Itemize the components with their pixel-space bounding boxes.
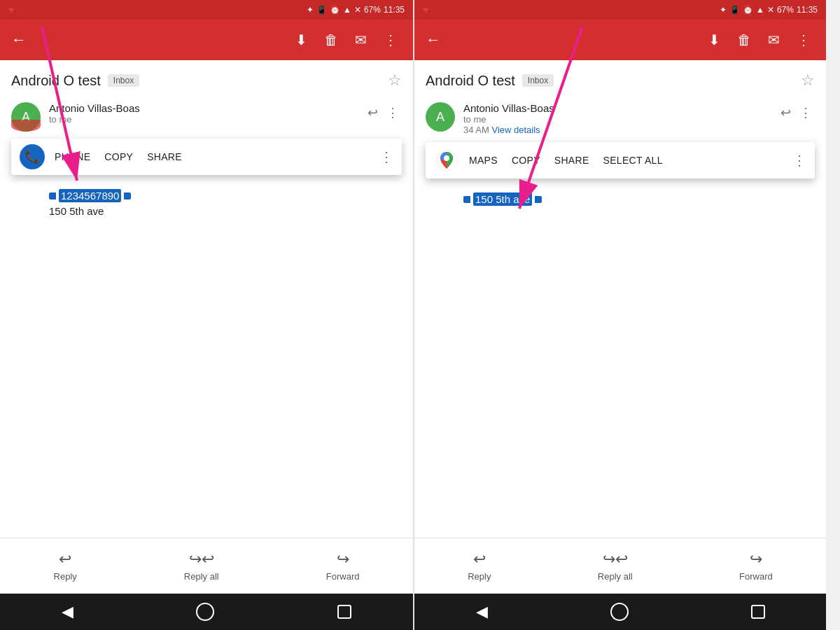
- mail-icon-left[interactable]: ✉: [351, 27, 371, 52]
- view-details-link[interactable]: View details: [491, 125, 540, 135]
- phone-context-menu: 📞 PHONE COPY SHARE ⋮: [11, 139, 402, 175]
- phone-icon-symbol: 📞: [24, 149, 40, 164]
- recent-nav-right[interactable]: [751, 605, 765, 619]
- mail-icon-right[interactable]: ✉: [764, 27, 784, 52]
- reply-label-right: Reply: [468, 571, 491, 582]
- sender-info-right: Antonio Villas-Boas to me 34 AM View det…: [463, 102, 769, 135]
- more-icon-right[interactable]: ⋮: [792, 27, 815, 52]
- subject-row-left: Android O test Inbox ☆: [11, 71, 402, 90]
- forward-button-left[interactable]: ↪ Forward: [326, 550, 360, 582]
- email-content-right: Android O test Inbox ☆ A Antonio Villas-…: [414, 60, 826, 538]
- share-action-right[interactable]: SHARE: [550, 152, 594, 169]
- time-display-left: 11:35: [384, 5, 405, 15]
- sender-time-right: 34 AM View details: [463, 125, 769, 135]
- reply-all-label-left: Reply all: [184, 571, 219, 582]
- select-all-action[interactable]: SELECT ALL: [599, 152, 667, 169]
- reply-all-label-right: Reply all: [598, 571, 633, 582]
- recent-nav-left[interactable]: [337, 605, 351, 619]
- sender-name-left: Antonio Villas-Boas: [49, 102, 356, 114]
- address-text-left: 150 5th ave: [49, 205, 104, 217]
- selection-handle-left-end: [124, 192, 131, 200]
- reply-all-button-right[interactable]: ↪↩ Reply all: [598, 550, 633, 582]
- phone-action[interactable]: PHONE: [50, 148, 94, 165]
- delete-icon-right[interactable]: 🗑: [733, 28, 755, 52]
- archive-icon-right[interactable]: ⬇: [704, 27, 724, 52]
- star-icon-right[interactable]: ☆: [801, 71, 815, 90]
- more-msg-icon-right[interactable]: ⋮: [797, 102, 815, 123]
- home-nav-right[interactable]: [610, 603, 629, 621]
- status-left-icons: ♥: [8, 4, 14, 15]
- email-message-right: A Antonio Villas-Boas to me 34 AM View d…: [426, 102, 815, 209]
- svg-point-5: [444, 155, 449, 161]
- email-subject-left: Android O test: [11, 73, 101, 89]
- more-icon-left[interactable]: ⋮: [379, 27, 402, 52]
- home-nav-left[interactable]: [196, 603, 214, 621]
- back-nav-left[interactable]: ◀: [62, 603, 74, 621]
- wifi-icon-right: ▲: [756, 5, 764, 15]
- address-line-left: 150 5th ave: [49, 205, 402, 217]
- reply-button-right[interactable]: ↩ Reply: [468, 550, 491, 582]
- sender-to-left: to me: [49, 114, 356, 125]
- message-body-right: 150 5th ave: [426, 190, 815, 209]
- copy-action-left[interactable]: COPY: [100, 148, 137, 165]
- forward-button-right[interactable]: ↪ Forward: [739, 550, 773, 582]
- reply-all-arrow-right: ↪↩: [603, 550, 628, 568]
- nav-bar-left: ◀: [0, 594, 413, 630]
- status-left-icons-right: ♥: [423, 4, 428, 15]
- back-button-left[interactable]: ←: [11, 31, 27, 49]
- maps-action[interactable]: MAPS: [465, 152, 502, 169]
- time-display-right: 11:35: [797, 5, 818, 15]
- delete-icon-left[interactable]: 🗑: [320, 28, 342, 52]
- bottom-actions-left: ↩ Reply ↪↩ Reply all ↪ Forward: [0, 538, 413, 594]
- selection-handle-right-end: [535, 196, 542, 203]
- archive-icon-left[interactable]: ⬇: [291, 27, 312, 52]
- phone-number-line: 1234567890: [49, 189, 402, 202]
- copy-action-right[interactable]: COPY: [507, 152, 545, 169]
- right-phone: ♥ ✦ 📱 ⏰ ▲ ✕ 67% 11:35 ← ⬇ 🗑 ✉ ⋮ Android …: [413, 0, 826, 630]
- selection-handle-left-start: [49, 192, 56, 200]
- email-content-left: Android O test Inbox ☆ A Antonio Villas-…: [0, 60, 413, 538]
- battery-pct-right: 67%: [777, 5, 794, 15]
- sender-name-right: Antonio Villas-Boas: [463, 102, 769, 114]
- reply-arrow-right: ↩: [473, 550, 486, 568]
- reply-all-button-left[interactable]: ↪↩ Reply all: [184, 550, 219, 582]
- status-bar-right: ♥ ✦ 📱 ⏰ ▲ ✕ 67% 11:35: [414, 0, 826, 20]
- no-signal-icon: ✕: [354, 5, 361, 15]
- toolbar-right: ← ⬇ 🗑 ✉ ⋮: [414, 20, 826, 60]
- more-context-left[interactable]: ⋮: [379, 148, 393, 165]
- ioheart-icon-right: ♥: [423, 4, 428, 15]
- selected-phone-number: 1234567890: [59, 189, 121, 202]
- battery-pct: 67%: [364, 5, 381, 15]
- status-right-info: ✦ 📱 ⏰ ▲ ✕ 67% 11:35: [307, 5, 405, 15]
- star-icon-left[interactable]: ☆: [388, 71, 402, 90]
- message-actions-right: ↩ ⋮: [778, 102, 815, 123]
- back-button-right[interactable]: ←: [426, 31, 441, 49]
- maps-context-menu: MAPS COPY SHARE SELECT ALL ⋮: [426, 142, 815, 178]
- reply-icon-right[interactable]: ↩: [778, 102, 794, 123]
- back-nav-right[interactable]: ◀: [476, 603, 488, 621]
- bt-icon-right: ✦: [720, 5, 727, 15]
- subject-row-right: Android O test Inbox ☆: [426, 71, 815, 90]
- address-selected-line: 150 5th ave: [463, 192, 815, 206]
- status-right-info-right: ✦ 📱 ⏰ ▲ ✕ 67% 11:35: [720, 5, 818, 15]
- more-msg-icon-left[interactable]: ⋮: [384, 102, 402, 123]
- email-subject-right: Android O test: [426, 73, 515, 89]
- maps-context-icon: [434, 148, 459, 173]
- reply-icon-left[interactable]: ↩: [365, 102, 381, 123]
- phone-icon-right: 📱: [729, 5, 740, 15]
- wifi-icon: ▲: [343, 5, 351, 15]
- status-bar-left: ♥ ✦ 📱 ⏰ ▲ ✕ 67% 11:35: [0, 0, 413, 20]
- avatar-left: A: [11, 102, 41, 132]
- message-header-left: A Antonio Villas-Boas to me ↩ ⋮: [11, 102, 402, 132]
- left-phone: ♥ ✦ 📱 ⏰ ▲ ✕ 67% 11:35 ← ⬇ 🗑 ✉ ⋮ Android …: [0, 0, 413, 630]
- reply-all-arrow-left: ↪↩: [189, 550, 214, 568]
- inbox-badge-left: Inbox: [108, 74, 139, 87]
- ioheart-icon: ♥: [8, 4, 14, 15]
- more-context-right[interactable]: ⋮: [792, 152, 806, 169]
- selected-address: 150 5th ave: [473, 192, 532, 206]
- phone-icon: 📱: [316, 5, 327, 15]
- share-action-left[interactable]: SHARE: [143, 148, 186, 165]
- message-header-right: A Antonio Villas-Boas to me 34 AM View d…: [426, 102, 815, 135]
- reply-button-left[interactable]: ↩ Reply: [54, 550, 77, 582]
- message-actions-left: ↩ ⋮: [365, 102, 402, 123]
